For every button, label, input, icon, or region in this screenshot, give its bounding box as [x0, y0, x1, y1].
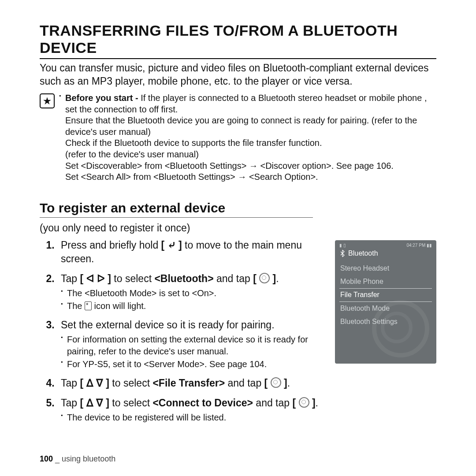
step-3-sub-1: For information on setting the external … — [61, 334, 324, 357]
step-5-text-d: and tap — [253, 397, 293, 409]
star-icon: ★ — [40, 93, 55, 108]
select-button-icon — [299, 397, 309, 408]
step-4-target: <File Transfer> — [152, 377, 225, 389]
step-2-sub-2: The icon will light. — [61, 300, 324, 312]
step-5-text-a: Tap — [61, 397, 80, 409]
section-heading: To register an external device — [40, 201, 313, 218]
device-title-text: Bluetooth — [348, 249, 378, 257]
device-menu-item: Stereo Headset — [339, 262, 432, 275]
page-footer: 100 _ using bluetooth — [40, 454, 115, 464]
title-rule — [40, 58, 436, 59]
device-status-bar: ▮ ▯ 04:27 PM ▮▮ — [339, 243, 432, 248]
step-5-target: <Connect to Device> — [152, 397, 253, 409]
up-down-key: [ ᐃ ᐁ ] — [80, 397, 109, 409]
step-5-text-b: to select — [109, 397, 152, 409]
step-4-text-b: to select — [109, 377, 152, 389]
step-2-sub-1: The <Bluetooth Mode> is set to <On>. — [61, 287, 324, 299]
note-line5: Set <Discoverable> from <Bluetooth Setti… — [65, 160, 436, 172]
step-4-text-d: and tap — [225, 377, 264, 389]
page-title: TRANSFERRING FILES TO/FROM A BLUETOOTH D… — [40, 22, 436, 56]
note-box: ★ Before you start - If the player is co… — [40, 93, 436, 183]
footer-sep: _ — [53, 454, 62, 463]
intro-paragraph: You can transfer music, picture and vide… — [40, 62, 436, 88]
footer-label: using bluetooth — [62, 454, 115, 463]
bluetooth-status-icon — [85, 301, 92, 310]
step-3-sub-2: For YP-S5, set it to <Server Mode>. See … — [61, 358, 324, 370]
step-2-target: <Bluetooth> — [154, 273, 213, 284]
step-2-text-b: to select — [111, 273, 154, 284]
step-1: Press and briefly hold [ ⤶ ] to move to … — [57, 238, 324, 266]
up-down-key: [ ᐃ ᐁ ] — [80, 377, 109, 389]
step-5: Tap [ ᐃ ᐁ ] to select <Connect to Device… — [57, 396, 324, 424]
page-number: 100 — [40, 454, 53, 463]
step-2-text-d: and tap — [214, 273, 253, 284]
select-button-icon — [271, 377, 281, 388]
step-3: Set the external device so it is ready f… — [57, 318, 324, 370]
step-1-text-a: Press and briefly hold — [61, 239, 161, 251]
step-2-text-a: Tap — [61, 273, 80, 284]
step-3-text: Set the external device so it is ready f… — [61, 319, 275, 331]
left-right-key: [ ᐊ ᐅ ] — [80, 273, 111, 284]
back-key: [ ⤶ ] — [161, 239, 182, 251]
note-line6: Set <Search All> from <Bluetooth Setting… — [65, 171, 436, 183]
note-line3: Check if the Bluetooth device to support… — [65, 138, 436, 149]
note-body: Before you start - If the player is conn… — [59, 93, 436, 183]
step-2: Tap [ ᐊ ᐅ ] to select <Bluetooth> and ta… — [57, 272, 324, 312]
device-menu-item-selected: File Transfer — [339, 288, 432, 302]
device-menu-item: Mobile Phone — [339, 275, 432, 288]
note-before-you-start-label: Before you start - — [65, 93, 141, 103]
bluetooth-icon — [339, 250, 346, 257]
step-5-sub-1: The device to be registered will be list… — [61, 412, 324, 424]
note-line4: (refer to the device's user manual) — [65, 149, 436, 160]
device-screenshot: ▮ ▯ 04:27 PM ▮▮ Bluetooth Stereo Headset… — [335, 240, 436, 364]
select-button-icon — [259, 273, 270, 283]
status-icons: ▮ ▯ — [339, 243, 346, 248]
device-time: 04:27 PM ▮▮ — [406, 243, 432, 248]
steps-list: Press and briefly hold [ ⤶ ] to move to … — [40, 238, 324, 424]
device-screen-title: Bluetooth — [339, 249, 432, 257]
step-4: Tap [ ᐃ ᐁ ] to select <File Transfer> an… — [57, 376, 324, 390]
note-line2: Ensure that the Bluetooth device you are… — [65, 115, 436, 138]
step-4-text-a: Tap — [61, 377, 80, 389]
section-subtext: (you only need to register it once) — [40, 222, 436, 234]
